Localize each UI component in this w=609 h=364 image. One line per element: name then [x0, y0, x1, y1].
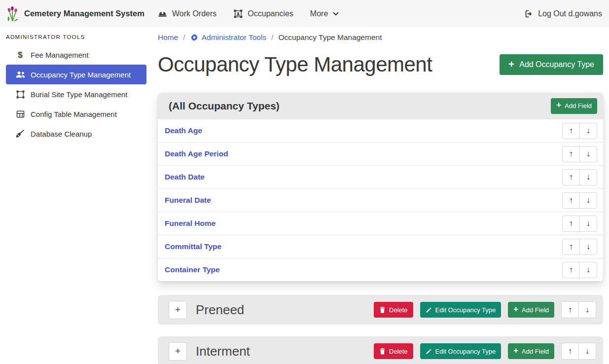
field-link-death-date[interactable]: Death Date [165, 173, 205, 182]
sidebar-item-database-cleanup[interactable]: Database Cleanup [6, 124, 146, 144]
sidebar-item-burial-site-type-management[interactable]: Burial Site Type Management [6, 84, 146, 104]
nav-item-occupancies[interactable]: Occupancies [233, 9, 293, 19]
move-down-button[interactable]: ↓ [579, 262, 597, 278]
arrow-up-icon: ↑ [569, 149, 573, 158]
occupancy-type-section-preneed: +PreneedDeleteEdit Occupancy Type+Add Fi… [158, 295, 603, 325]
section-title: Interment [196, 344, 367, 359]
sidebar-item-fee-management[interactable]: $Fee Management [6, 45, 146, 65]
dollar-icon: $ [15, 51, 26, 59]
nav-item-work-orders[interactable]: Work Orders [157, 8, 216, 19]
expand-section-button[interactable]: + [169, 342, 187, 361]
occupancy-frame-icon [233, 9, 243, 19]
reorder-buttons: ↑↓ [562, 146, 597, 162]
breadcrumb: Home / Administrator Tools / Occupancy T… [158, 32, 603, 42]
add-occupancy-type-button[interactable]: + Add Occupancy Type [500, 54, 603, 75]
edit-occupancy-type-button[interactable]: Edit Occupancy Type [420, 302, 502, 318]
breadcrumb-admin-tools-link[interactable]: Administrator Tools [190, 33, 267, 42]
edit-label: Edit Occupancy Type [435, 348, 496, 355]
hard-hat-icon [157, 8, 168, 19]
breadcrumb-home-link[interactable]: Home [158, 33, 178, 42]
add-field-label: Add Field [522, 348, 549, 355]
move-down-button[interactable]: ↓ [579, 146, 597, 162]
field-link-funeral-home[interactable]: Funeral Home [165, 219, 215, 228]
sidebar-item-label: Config Table Management [31, 110, 117, 118]
move-up-button[interactable]: ↑ [562, 146, 580, 162]
sidebar-item-occupancy-type-management[interactable]: Occupancy Type Management [6, 65, 146, 84]
field-row: Death Age↑↓ [158, 119, 603, 142]
move-up-button[interactable]: ↑ [562, 169, 580, 185]
reorder-buttons: ↑↓ [562, 262, 597, 278]
page-title: Occupancy Type Management [158, 51, 432, 78]
delete-label: Delete [389, 348, 408, 355]
move-down-button[interactable]: ↓ [578, 343, 596, 360]
field-link-funeral-date[interactable]: Funeral Date [165, 196, 211, 205]
delete-occupancy-type-button[interactable]: Delete [374, 302, 413, 318]
field-link-death-age-period[interactable]: Death Age Period [165, 149, 228, 158]
arrow-down-icon: ↓ [586, 196, 590, 205]
delete-occupancy-type-button[interactable]: Delete [374, 343, 413, 359]
add-field-button[interactable]: +Add Field [508, 302, 554, 318]
add-field-button[interactable]: +Add Field [508, 343, 554, 359]
move-up-button[interactable]: ↑ [561, 343, 579, 360]
field-link-death-age[interactable]: Death Age [165, 126, 202, 135]
move-up-button[interactable]: ↑ [562, 216, 580, 232]
arrow-up-icon: ↑ [569, 173, 573, 182]
reorder-buttons: ↑↓ [562, 216, 597, 232]
pencil-icon [426, 307, 432, 313]
sidebar-items: $Fee ManagementOccupancy Type Management… [0, 45, 153, 144]
arrow-down-icon: ↓ [586, 149, 590, 158]
breadcrumb-admin-tools-label: Administrator Tools [202, 33, 267, 42]
plus-icon: + [556, 101, 561, 109]
plus-icon: + [508, 59, 514, 70]
reorder-buttons: ↑↓ [562, 192, 597, 209]
reorder-buttons: ↑↓ [561, 343, 596, 360]
move-up-button[interactable]: ↑ [562, 123, 580, 139]
occupancy-type-sections: +PreneedDeleteEdit Occupancy Type+Add Fi… [158, 295, 603, 364]
trash-icon [379, 306, 386, 313]
panel-add-field-button[interactable]: + Add Field [551, 98, 597, 114]
move-down-button[interactable]: ↓ [579, 123, 597, 139]
expand-section-button[interactable]: + [169, 301, 187, 319]
delete-label: Delete [389, 306, 408, 314]
section-title: Preneed [196, 302, 367, 318]
move-down-button[interactable]: ↓ [578, 301, 596, 318]
panel-add-field-label: Add Field [565, 102, 592, 109]
app-brand[interactable]: Cemetery Management System [6, 6, 144, 22]
move-up-button[interactable]: ↑ [562, 192, 580, 209]
top-navbar: Cemetery Management System Work OrdersOc… [0, 0, 609, 27]
move-down-button[interactable]: ↓ [579, 239, 597, 255]
move-up-button[interactable]: ↑ [562, 262, 580, 278]
sidebar-item-label: Fee Management [31, 51, 89, 59]
title-row: Occupancy Type Management + Add Occupanc… [158, 51, 603, 78]
arrow-up-icon: ↑ [569, 196, 573, 205]
vector-square-icon [15, 90, 26, 99]
logout-button[interactable]: Log Out d.gowans [524, 9, 602, 19]
move-up-button[interactable]: ↑ [562, 239, 580, 255]
arrow-down-icon: ↓ [586, 173, 590, 182]
arrow-up-icon: ↑ [569, 219, 573, 228]
nav-item-more[interactable]: More [310, 9, 339, 18]
sidebar-item-config-table-management[interactable]: Config Table Management [6, 104, 146, 124]
logout-icon [524, 9, 534, 19]
field-link-container-type[interactable]: Container Type [165, 265, 220, 274]
sidebar-item-label: Database Cleanup [31, 130, 92, 138]
page-layout: ADMINISTRATOR TOOLS $Fee ManagementOccup… [0, 27, 609, 364]
reorder-buttons: ↑↓ [561, 301, 596, 318]
navbar-menu: Work OrdersOccupanciesMore [157, 8, 339, 19]
edit-label: Edit Occupancy Type [435, 306, 496, 314]
move-up-button[interactable]: ↑ [561, 301, 579, 318]
breadcrumb-separator: / [271, 33, 273, 42]
field-row: Death Age Period↑↓ [158, 142, 603, 165]
move-down-button[interactable]: ↓ [579, 169, 597, 185]
move-down-button[interactable]: ↓ [579, 216, 597, 232]
arrow-up-icon: ↑ [568, 347, 572, 356]
edit-occupancy-type-button[interactable]: Edit Occupancy Type [420, 343, 502, 359]
breadcrumb-separator: / [183, 33, 185, 42]
pencil-icon [426, 348, 432, 355]
arrow-down-icon: ↓ [585, 347, 589, 356]
move-down-button[interactable]: ↓ [579, 192, 597, 209]
field-link-committal-type[interactable]: Committal Type [165, 242, 221, 251]
nav-item-label: More [310, 9, 328, 18]
occupancy-type-section-interment: +IntermentDeleteEdit Occupancy Type+Add … [158, 336, 603, 364]
reorder-buttons: ↑↓ [562, 123, 597, 139]
